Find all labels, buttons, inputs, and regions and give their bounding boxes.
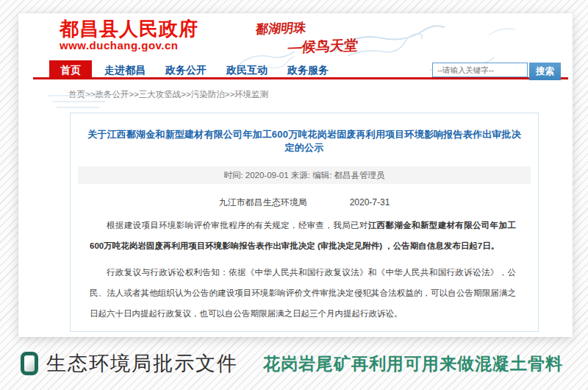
- paragraph-1-normal-text: 根据建设项目环境影响评价审批程序的有关规定，经审查，我局已对: [107, 221, 368, 230]
- nav-item-home[interactable]: 首页: [49, 60, 92, 77]
- breadcrumb[interactable]: 首页>>政务公开>>三大攻坚战>>污染防治>>环境监测: [68, 89, 573, 100]
- article-meta-bar: 时间: 2020-09-01 来源: 编辑: 都昌县管理员: [78, 166, 531, 184]
- nav-item-public-interaction[interactable]: 政民互动: [226, 60, 268, 77]
- article-box: 关于江西鄱湖金和新型建材有限公司年加工600万吨花岗岩固废再利用项目环境影响报告…: [70, 113, 539, 332]
- page-background: 都昌县人民政府 www.duchang.gov.cn 鄱湖明珠 —候鸟天堂 首页…: [0, 0, 588, 390]
- caption-title: 生态环境局批示文件: [46, 350, 238, 377]
- site-name: 都昌县人民政府: [60, 18, 198, 40]
- nav-item-gov-disclosure[interactable]: 政务公开: [165, 60, 207, 77]
- agency-line: 九江市都昌生态环境局2020-7-31: [71, 196, 538, 209]
- site-header: 都昌县人民政府 www.duchang.gov.cn 鄱湖明珠 —候鸟天堂: [18, 13, 573, 60]
- document-date: 2020-7-31: [350, 197, 390, 208]
- site-slogan: 鄱湖明珠 —候鸟天堂: [253, 18, 361, 59]
- nav-item-gov-services[interactable]: 政务服务: [287, 60, 329, 77]
- slogan-line-1: 鄱湖明珠: [255, 18, 361, 38]
- search-button[interactable]: 搜索: [529, 63, 561, 80]
- article-title: 关于江西鄱湖金和新型建材有限公司年加工600万吨花岗岩固废再利用项目环境影响报告…: [87, 128, 522, 155]
- document-frame-icon: [21, 352, 38, 375]
- slogan-line-2: —候鸟天堂: [287, 36, 359, 57]
- main-nav: 首页 走进都昌 政务公开 政民互动 政务服务 搜索: [33, 60, 568, 79]
- website-screenshot-card: 都昌县人民政府 www.duchang.gov.cn 鄱湖明珠 —候鸟天堂 首页…: [18, 13, 573, 337]
- bottom-caption: 生态环境局批示文件 花岗岩尾矿再利用可用来做混凝土骨料: [21, 347, 563, 380]
- article-paragraph-2: 行政复议与行政诉讼权利告知：依据《中华人民共和国行政复议法》和《中华人民共和国行…: [90, 262, 516, 324]
- contact-phone-line: 联系电话: 0792-2322620 (郭工): [90, 327, 516, 332]
- caption-note: 花岗岩尾矿再利用可用来做混凝土骨料: [263, 352, 563, 375]
- agency-name: 九江市都昌生态环境局: [219, 197, 307, 208]
- search-input[interactable]: [432, 63, 528, 77]
- site-url: www.duchang.gov.cn: [60, 40, 198, 52]
- site-logo[interactable]: 都昌县人民政府 www.duchang.gov.cn: [60, 18, 198, 52]
- article-paragraph-1: 根据建设项目环境影响评价审批程序的有关规定，经审查，我局已对江西鄱湖金和新型建材…: [90, 215, 516, 256]
- site-search: 搜索: [432, 63, 561, 80]
- nav-item-about-duchang[interactable]: 走进都昌: [104, 60, 146, 77]
